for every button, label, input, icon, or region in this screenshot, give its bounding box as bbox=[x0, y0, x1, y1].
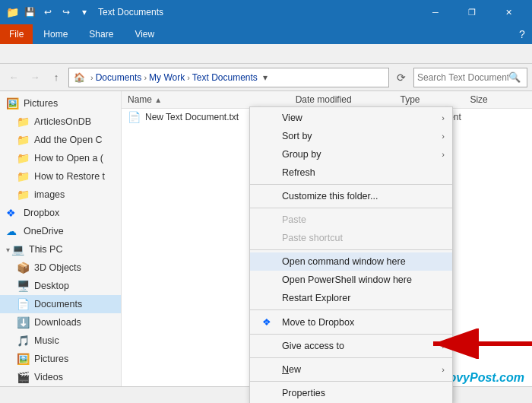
sidebar-label-3dobjects: 3D Objects bbox=[34, 262, 81, 273]
redo-qs-btn[interactable]: ↪ bbox=[59, 5, 74, 20]
sidebar-label-desktop: Desktop bbox=[34, 281, 69, 291]
sidebar-item-howrestore[interactable]: 📁 How to Restore t bbox=[0, 167, 121, 186]
sidebar: 🖼️ Pictures 📁 ArticlesOnDB 📁 Add the Ope… bbox=[0, 91, 122, 403]
sidebar-label-addopen: Add the Open C bbox=[34, 135, 103, 145]
folder-icon-2: 📁 bbox=[17, 134, 30, 146]
search-input[interactable] bbox=[417, 72, 508, 83]
ctx-giveaccess-label: Give access to bbox=[282, 341, 344, 351]
sidebar-label-onedrive: OneDrive bbox=[24, 226, 64, 236]
window-controls: ─ ❐ ✕ bbox=[418, 0, 526, 24]
sidebar-item-videos[interactable]: 🎬 Videos bbox=[0, 368, 121, 386]
content-area: Name ▲ Date modified Type Size 📄 New Tex… bbox=[122, 91, 532, 403]
ctx-new-label: New bbox=[282, 364, 301, 375]
ctx-customize-label: Customize this folder... bbox=[282, 191, 378, 202]
ctx-sep-2 bbox=[250, 208, 452, 208]
3dobjects-icon: 📦 bbox=[17, 262, 30, 274]
ctx-opencmd[interactable]: Open command window here bbox=[250, 252, 452, 271]
sidebar-item-addopen[interactable]: 📁 Add the Open C bbox=[0, 131, 121, 149]
tab-file[interactable]: File bbox=[0, 24, 33, 44]
col-header-name[interactable]: Name ▲ bbox=[128, 94, 296, 105]
ctx-properties[interactable]: Properties bbox=[250, 384, 452, 402]
sidebar-item-documents[interactable]: 📄 Documents bbox=[0, 295, 121, 313]
forward-button[interactable]: → bbox=[26, 68, 44, 87]
col-header-size[interactable]: Size bbox=[470, 94, 526, 105]
ctx-customize[interactable]: Customize this folder... bbox=[250, 187, 452, 205]
ctx-openpowershell-label: Open PowerShell window here bbox=[282, 274, 412, 285]
path-dropdown[interactable]: ▾ bbox=[258, 72, 273, 83]
tab-share[interactable]: Share bbox=[78, 24, 124, 44]
sidebar-label-pictures2: Pictures bbox=[34, 354, 68, 364]
col-header-date[interactable]: Date modified bbox=[296, 94, 401, 105]
help-button[interactable]: ? bbox=[512, 24, 532, 44]
ctx-view-arrow: › bbox=[442, 113, 445, 122]
refresh-button[interactable]: ⟳ bbox=[392, 68, 410, 87]
ctx-restartexplorer-label: Restart Explorer bbox=[282, 293, 350, 303]
sidebar-label-images: images bbox=[34, 189, 65, 200]
sidebar-item-3dobjects[interactable]: 📦 3D Objects bbox=[0, 259, 121, 277]
ctx-groupby-arrow: › bbox=[442, 150, 445, 159]
sidebar-label-thispc: This PC bbox=[29, 244, 62, 255]
path-mywork[interactable]: My Work bbox=[149, 72, 185, 83]
ctx-view[interactable]: View › bbox=[250, 109, 452, 127]
ctx-restartexplorer[interactable]: Restart Explorer bbox=[250, 289, 452, 307]
thispc-icon: 💻 bbox=[11, 243, 25, 255]
ribbon-tabs: File Home Share View ? bbox=[0, 24, 532, 44]
expand-icon: ▾ bbox=[6, 246, 10, 254]
col-header-type[interactable]: Type bbox=[401, 94, 470, 105]
address-bar: ← → ↑ 🏠 › Documents › My Work › Text Doc… bbox=[0, 64, 532, 91]
search-box[interactable]: 🔍 bbox=[413, 68, 527, 87]
ctx-new[interactable]: New › bbox=[250, 360, 452, 379]
sidebar-item-onedrive[interactable]: ☁ OneDrive bbox=[0, 222, 121, 240]
ctx-giveaccess[interactable]: Give access to › bbox=[250, 337, 452, 355]
sidebar-item-downloads[interactable]: ⬇️ Downloads bbox=[0, 313, 121, 332]
maximize-button[interactable]: ❐ bbox=[454, 0, 489, 24]
onedrive-icon: ☁ bbox=[6, 225, 20, 237]
sidebar-item-pictures2[interactable]: 🖼️ Pictures bbox=[0, 350, 121, 368]
sidebar-item-desktop[interactable]: 🖥️ Desktop bbox=[0, 277, 121, 295]
back-button[interactable]: ← bbox=[5, 68, 23, 87]
downloads-icon: ⬇️ bbox=[17, 316, 30, 328]
path-textdocs[interactable]: Text Documents bbox=[192, 72, 258, 83]
watermark-suffix: Post.com bbox=[470, 371, 524, 384]
ctx-movetodropbox[interactable]: ❖ Move to Dropbox bbox=[250, 313, 452, 332]
folder-icon: 📁 bbox=[17, 116, 30, 128]
sidebar-item-thispc[interactable]: ▾ 💻 This PC bbox=[0, 240, 121, 259]
sidebar-item-articlesondb[interactable]: 📁 ArticlesOnDB bbox=[0, 113, 121, 131]
sidebar-item-music[interactable]: 🎵 Music bbox=[0, 332, 121, 350]
sidebar-label-howrestore: How to Restore t bbox=[34, 171, 105, 182]
pictures2-icon: 🖼️ bbox=[17, 353, 30, 365]
ctx-refresh[interactable]: Refresh bbox=[250, 163, 452, 182]
up-button[interactable]: ↑ bbox=[47, 68, 65, 87]
ctx-dropbox-icon: ❖ bbox=[262, 316, 277, 328]
folder-icon-5: 📁 bbox=[17, 189, 30, 201]
qs-dropdown-btn[interactable]: ▾ bbox=[77, 5, 92, 20]
minimize-button[interactable]: ─ bbox=[418, 0, 453, 24]
sidebar-label-documents: Documents bbox=[34, 299, 82, 309]
sidebar-item-images[interactable]: 📁 images bbox=[0, 186, 121, 204]
ctx-sortby[interactable]: Sort by › bbox=[250, 127, 452, 145]
sidebar-item-howopen[interactable]: 📁 How to Open a ( bbox=[0, 149, 121, 167]
ctx-paste-label: Paste bbox=[282, 214, 306, 225]
ribbon-content bbox=[0, 44, 532, 64]
close-button[interactable]: ✕ bbox=[491, 0, 526, 24]
save-qs-btn[interactable]: 💾 bbox=[22, 5, 37, 20]
sidebar-item-dropbox[interactable]: ❖ Dropbox bbox=[0, 204, 121, 222]
ctx-openpowershell[interactable]: Open PowerShell window here bbox=[250, 271, 452, 289]
ctx-giveaccess-arrow: › bbox=[442, 341, 445, 351]
tab-view[interactable]: View bbox=[124, 24, 165, 44]
tab-home[interactable]: Home bbox=[33, 24, 78, 44]
address-path[interactable]: 🏠 › Documents › My Work › Text Documents… bbox=[68, 68, 389, 87]
undo-qs-btn[interactable]: ↩ bbox=[40, 5, 55, 20]
music-icon: 🎵 bbox=[17, 335, 30, 347]
home-icon: 🏠 bbox=[74, 72, 85, 83]
window-title: Text Documents bbox=[95, 7, 418, 17]
ctx-groupby[interactable]: Group by › bbox=[250, 145, 452, 163]
path-documents[interactable]: Documents bbox=[96, 72, 142, 83]
sidebar-item-pictures[interactable]: 🖼️ Pictures bbox=[0, 94, 121, 113]
sidebar-label-dropbox: Dropbox bbox=[24, 208, 59, 218]
ctx-new-arrow: › bbox=[442, 365, 445, 374]
ctx-sep-6 bbox=[250, 357, 452, 358]
ctx-sep-7 bbox=[250, 381, 452, 382]
folder-icon-4: 📁 bbox=[17, 170, 30, 182]
file-icon: 📄 bbox=[128, 111, 141, 123]
